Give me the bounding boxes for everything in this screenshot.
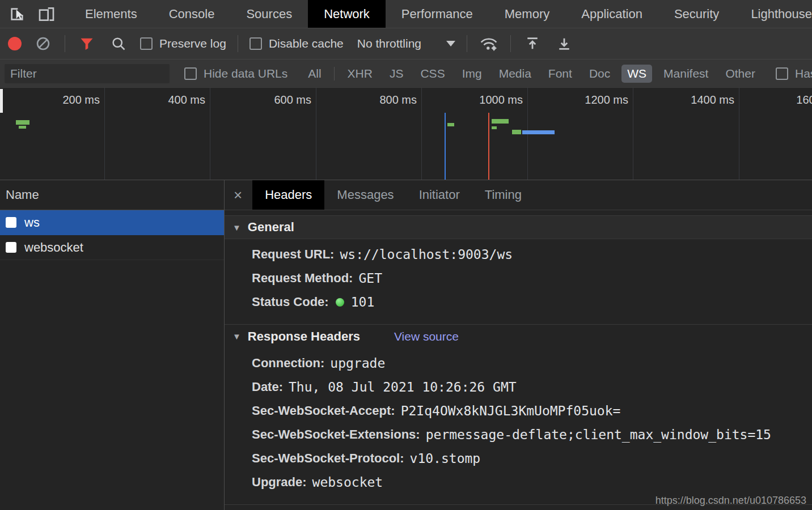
filter-icon[interactable] xyxy=(77,33,97,54)
type-filter-pill[interactable]: Other xyxy=(720,65,761,83)
toolbar-separator xyxy=(510,35,511,52)
timeline-gridline xyxy=(633,88,633,180)
main-tab[interactable]: Console xyxy=(153,0,231,28)
chevron-down-icon xyxy=(446,41,455,46)
detail-tab[interactable]: Messages xyxy=(324,180,406,210)
main-tab[interactable]: Network xyxy=(308,0,386,28)
detail-tab[interactable]: Timing xyxy=(472,180,534,210)
record-button[interactable] xyxy=(8,37,22,50)
header-key: Upgrade: xyxy=(252,475,307,490)
type-filter-pill[interactable]: JS xyxy=(384,65,409,83)
header-value: P2Iq4OWx8kNJGL3KmUoMPf05uok= xyxy=(401,403,621,418)
clear-icon[interactable] xyxy=(33,33,53,54)
header-row: Sec-WebSocket-Protocol: v10.stomp xyxy=(225,447,812,470)
preserve-log-toggle[interactable]: Preserve log xyxy=(140,37,226,50)
type-filter-pill[interactable]: All xyxy=(302,65,327,83)
timeline-tick-label: 200 ms xyxy=(62,94,100,107)
header-row: Request URL: ws://localhost:9003/ws xyxy=(225,243,812,266)
network-conditions-icon[interactable] xyxy=(479,33,499,54)
header-row: Status Code: 101 xyxy=(225,290,812,314)
waterfall-bar xyxy=(488,113,489,180)
type-filter-pill[interactable]: Img xyxy=(456,65,488,83)
disable-cache-toggle[interactable]: Disable cache xyxy=(249,37,344,50)
main-tab[interactable]: Application xyxy=(565,0,658,28)
type-filter-pill[interactable]: Media xyxy=(493,65,537,83)
header-row: Sec-WebSocket-Accept: P2Iq4OWx8kNJGL3KmU… xyxy=(225,399,812,423)
inspect-element-icon[interactable] xyxy=(7,4,27,24)
main-tab[interactable]: Elements xyxy=(69,0,153,28)
main-tab[interactable]: Lighthouse xyxy=(735,0,812,28)
has-filter-toggle[interactable]: Has xyxy=(776,67,812,80)
waterfall-bar xyxy=(445,113,446,180)
preserve-log-checkbox[interactable] xyxy=(140,37,153,50)
has-filter-checkbox[interactable] xyxy=(776,67,788,80)
toolbar-separator xyxy=(238,35,238,52)
name-column-label: Name xyxy=(6,188,39,202)
waterfall-bar xyxy=(19,126,26,129)
request-icon xyxy=(6,217,16,228)
timeline-gridline xyxy=(104,88,105,180)
detail-tab[interactable]: Headers xyxy=(252,180,324,210)
main-tabs: ElementsConsoleSourcesNetworkPerformance… xyxy=(69,0,812,28)
header-row: Sec-WebSocket-Extensions: permessage-def… xyxy=(225,423,812,447)
header-value: upgrade xyxy=(330,356,385,371)
devtools-tabbar: ElementsConsoleSourcesNetworkPerformance… xyxy=(0,0,812,28)
type-filter-pill[interactable]: Font xyxy=(543,65,578,83)
header-key: Sec-WebSocket-Protocol: xyxy=(252,451,404,466)
timeline-overview[interactable]: 200 ms 400 ms 600 ms 800 ms 1000 ms 1200… xyxy=(0,88,812,180)
hide-data-urls-label: Hide data URLs xyxy=(204,67,287,80)
name-column-header[interactable]: Name xyxy=(0,180,224,210)
response-headers-section-title: Response Headers xyxy=(248,329,360,344)
view-source-link[interactable]: View source xyxy=(394,330,459,343)
upload-icon[interactable] xyxy=(522,33,543,54)
throttling-select[interactable]: No throttling xyxy=(357,37,455,50)
request-row[interactable]: websocket xyxy=(0,235,224,260)
type-filter-pill[interactable]: CSS xyxy=(415,65,450,83)
header-key: Sec-WebSocket-Extensions: xyxy=(252,427,420,442)
response-headers-section-header[interactable]: ▼ Response Headers View source xyxy=(225,324,812,348)
tabbar-icons xyxy=(0,0,69,28)
has-filter-label: Has xyxy=(795,67,812,80)
timeline-gridline xyxy=(316,88,316,180)
header-value: 101 xyxy=(351,295,375,309)
general-section-header[interactable]: ▼ General xyxy=(225,215,812,239)
disclosure-triangle-icon: ▼ xyxy=(232,332,241,341)
header-row: Upgrade: websocket xyxy=(225,470,812,494)
general-section-title: General xyxy=(248,220,294,235)
general-rows: Request URL: ws://localhost:9003/ws Requ… xyxy=(225,239,812,316)
device-toolbar-icon[interactable] xyxy=(36,4,57,24)
hide-data-urls-toggle[interactable]: Hide data URLs xyxy=(184,67,287,80)
header-key: Connection: xyxy=(252,356,324,371)
type-filters: AllXHRJSCSSImgMediaFontDocWSManifestOthe… xyxy=(302,65,761,83)
header-key: Date: xyxy=(252,380,283,394)
hide-data-urls-checkbox[interactable] xyxy=(184,67,197,80)
timeline-gridline xyxy=(210,88,210,180)
type-filter-pill[interactable]: Manifest xyxy=(658,65,714,83)
timeline-tick-label: 1200 ms xyxy=(585,94,628,107)
request-name: websocket xyxy=(24,240,83,255)
waterfall-bar xyxy=(492,119,509,124)
waterfall-bar xyxy=(512,130,521,134)
filter-input[interactable] xyxy=(5,64,170,83)
header-value: permessage-deflate;client_max_window_bit… xyxy=(426,427,771,442)
close-icon[interactable]: × xyxy=(225,180,252,210)
download-icon[interactable] xyxy=(554,33,574,54)
disable-cache-checkbox[interactable] xyxy=(249,37,262,50)
main-tab[interactable]: Sources xyxy=(230,0,308,28)
detail-tab[interactable]: Initiator xyxy=(407,180,472,210)
timeline-tick-label: 400 ms xyxy=(168,94,205,107)
type-filter-pill[interactable]: Doc xyxy=(583,65,616,83)
detail-tabs-list: HeadersMessagesInitiatorTiming xyxy=(252,180,534,210)
type-filter-pill[interactable]: WS xyxy=(621,65,652,83)
request-row[interactable]: ws xyxy=(0,210,224,235)
timeline-gridline xyxy=(421,88,422,180)
disable-cache-label: Disable cache xyxy=(269,37,344,50)
timeline-tick-label: 1000 ms xyxy=(479,94,523,107)
type-filter-pill[interactable]: XHR xyxy=(342,65,378,83)
main-tab[interactable]: Memory xyxy=(489,0,565,28)
main-tab[interactable]: Security xyxy=(658,0,735,28)
main-tab[interactable]: Performance xyxy=(386,0,489,28)
request-name: ws xyxy=(24,215,40,230)
header-value: v10.stomp xyxy=(410,451,481,466)
search-icon[interactable] xyxy=(108,33,129,54)
